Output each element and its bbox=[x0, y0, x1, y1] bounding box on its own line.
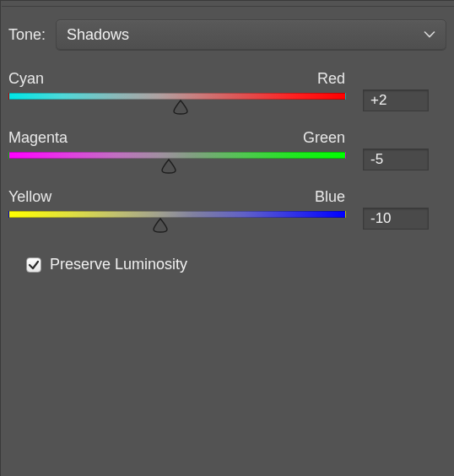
yellow-blue-slider-track[interactable] bbox=[8, 211, 346, 218]
tone-select[interactable]: Shadows bbox=[56, 19, 446, 50]
magenta-green-slider-track[interactable] bbox=[8, 152, 346, 159]
slider-left-label: Yellow bbox=[8, 188, 51, 206]
slider-left-label: Cyan bbox=[8, 70, 44, 88]
tone-label: Tone: bbox=[8, 26, 46, 44]
cyan-red-slider-track[interactable] bbox=[8, 93, 346, 100]
slider-left-label: Magenta bbox=[8, 129, 68, 147]
magenta-green-value-input[interactable]: -5 bbox=[363, 149, 429, 170]
slider-right-label: Red bbox=[317, 70, 345, 88]
magenta-green-slider-thumb[interactable] bbox=[159, 159, 178, 174]
cyan-red-value-input[interactable]: +2 bbox=[363, 89, 429, 111]
cyan-red-slider-thumb[interactable] bbox=[171, 100, 190, 115]
preserve-luminosity-checkbox[interactable] bbox=[26, 257, 41, 273]
slider-right-label: Blue bbox=[315, 188, 345, 206]
preserve-luminosity-label: Preserve Luminosity bbox=[50, 256, 187, 273]
chevron-down-icon bbox=[424, 31, 435, 39]
tone-select-value: Shadows bbox=[67, 26, 129, 44]
yellow-blue-slider-thumb[interactable] bbox=[151, 218, 170, 233]
yellow-blue-value-input[interactable]: -10 bbox=[363, 208, 429, 230]
slider-right-label: Green bbox=[303, 129, 345, 147]
